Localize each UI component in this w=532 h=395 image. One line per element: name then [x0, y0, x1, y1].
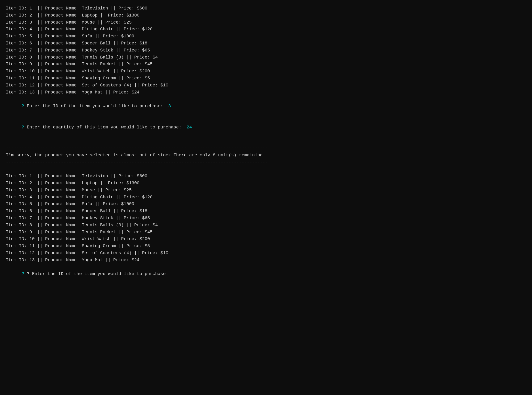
item-5: Item ID: 5 || Product Name: Sofa || Pric… [6, 33, 526, 40]
prompt-symbol-2: ? [22, 125, 27, 130]
item-13: Item ID: 13 || Product Name: Yoga Mat ||… [6, 89, 526, 96]
item2-11: Item ID: 11 || Product Name: Shaving Cre… [6, 243, 526, 250]
item2-6: Item ID: 6 || Product Name: Soccer Ball … [6, 208, 526, 215]
item2-9: Item ID: 9 || Product Name: Tennis Racke… [6, 229, 526, 236]
prompt-id-value-1: 8 [168, 104, 171, 109]
item-10: Item ID: 10 || Product Name: Wrist Watch… [6, 68, 526, 75]
item-3: Item ID: 3 || Product Name: Mouse || Pri… [6, 19, 526, 26]
spacer-2 [6, 166, 526, 173]
item-6: Item ID: 6 || Product Name: Soccer Ball … [6, 40, 526, 47]
item2-5: Item ID: 5 || Product Name: Sofa || Pric… [6, 201, 526, 208]
item2-7: Item ID: 7 || Product Name: Hockey Stick… [6, 215, 526, 222]
item-12: Item ID: 12 || Product Name: Set of Coas… [6, 82, 526, 89]
item-9: Item ID: 9 || Product Name: Tennis Racke… [6, 61, 526, 68]
prompt-qty-text-1: Enter the quantity of this item you woul… [27, 125, 187, 130]
terminal-container: Item ID: 1 || Product Name: Television |… [6, 5, 526, 285]
separator-top: ----------------------------------------… [6, 145, 526, 152]
prompt-id-line-2: ? ? Enter the ID of the item you would l… [6, 263, 526, 284]
item2-13: Item ID: 13 || Product Name: Yoga Mat ||… [6, 257, 526, 264]
separator-bottom: ----------------------------------------… [6, 159, 526, 166]
prompt-id-text-1: Enter the ID of the item you would like … [27, 104, 168, 109]
item2-1: Item ID: 1 || Product Name: Television |… [6, 173, 526, 180]
prompt-symbol-3: ? [22, 271, 27, 276]
product-list-1: Item ID: 1 || Product Name: Television |… [6, 5, 526, 96]
item2-8: Item ID: 8 || Product Name: Tennis Balls… [6, 222, 526, 229]
item-1: Item ID: 1 || Product Name: Television |… [6, 5, 526, 12]
item-8: Item ID: 8 || Product Name: Tennis Balls… [6, 54, 526, 61]
spacer-1 [6, 138, 526, 145]
prompt-symbol-1: ? [22, 104, 27, 109]
item2-3: Item ID: 3 || Product Name: Mouse || Pri… [6, 187, 526, 194]
item2-4: Item ID: 4 || Product Name: Dining Chair… [6, 194, 526, 201]
item-7: Item ID: 7 || Product Name: Hockey Stick… [6, 47, 526, 54]
product-list-2: Item ID: 1 || Product Name: Television |… [6, 173, 526, 263]
prompt-qty-line-1: ? Enter the quantity of this item you wo… [6, 117, 526, 138]
prompt-id-line-1: ? Enter the ID of the item you would lik… [6, 96, 526, 117]
item2-12: Item ID: 12 || Product Name: Set of Coas… [6, 250, 526, 257]
prompt-id-text-2: ? Enter the ID of the item you would lik… [27, 271, 168, 276]
item-4: Item ID: 4 || Product Name: Dining Chair… [6, 26, 526, 33]
prompt-qty-value-1: 24 [187, 125, 192, 130]
error-message: I'm sorry, the product you have selected… [6, 152, 526, 159]
item2-10: Item ID: 10 || Product Name: Wrist Watch… [6, 235, 526, 243]
item-11: Item ID: 11 || Product Name: Shaving Cre… [6, 75, 526, 82]
item-2: Item ID: 2 || Product Name: Laptop || Pr… [6, 12, 526, 19]
item2-2: Item ID: 2 || Product Name: Laptop || Pr… [6, 180, 526, 187]
